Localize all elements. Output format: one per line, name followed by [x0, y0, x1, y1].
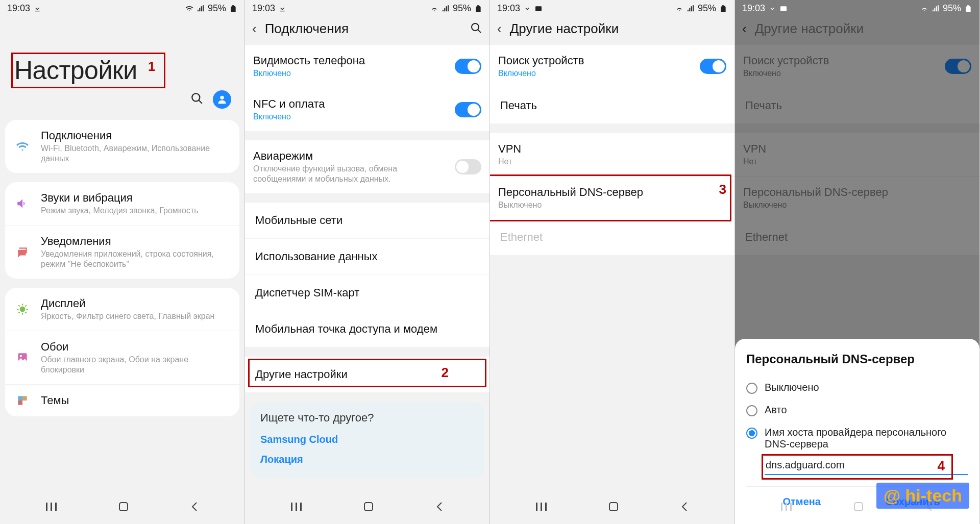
row-vpn[interactable]: VPN Нет	[490, 133, 734, 176]
row-sounds[interactable]: Звуки и вибрация Режим звука, Мелодия зв…	[5, 182, 239, 225]
wifi-icon	[430, 5, 438, 13]
radio-icon	[746, 405, 757, 416]
status-bar: 19:03 95%	[0, 0, 244, 15]
link-samsung-cloud[interactable]: Samsung Cloud	[260, 430, 474, 450]
row-sub: Включено	[253, 68, 446, 79]
row-more-settings[interactable]: Другие настройки	[245, 357, 489, 393]
row-ethernet: Ethernet	[490, 219, 734, 256]
nav-recents[interactable]	[45, 502, 58, 514]
svg-rect-22	[780, 6, 787, 11]
radio-hostname[interactable]: Имя хоста провайдера персонального DNS-с…	[746, 421, 968, 455]
status-bar: 19:03 95%	[245, 0, 489, 15]
nav-home[interactable]	[117, 501, 130, 515]
row-title: NFC и оплата	[253, 97, 446, 111]
group-network: Мобильные сети Использование данных Дисп…	[245, 203, 489, 347]
nav-home[interactable]	[852, 501, 865, 515]
row-title: Авиарежим	[253, 149, 446, 163]
row-sub: Wi-Fi, Bluetooth, Авиарежим, Использован…	[41, 143, 231, 164]
row-sub: Включено	[498, 68, 691, 79]
svg-rect-24	[786, 503, 787, 511]
nav-back[interactable]	[434, 501, 445, 515]
status-bar: 19:03 95%	[735, 0, 979, 15]
row-notifications[interactable]: Уведомления Уведомления приложений, стро…	[5, 225, 239, 279]
radio-auto[interactable]: Авто	[746, 399, 968, 421]
avatar[interactable]	[213, 90, 231, 109]
nav-bar	[0, 491, 244, 524]
status-bar: 19:03 95%	[490, 0, 734, 15]
clock: 19:03	[742, 3, 765, 14]
nav-recents[interactable]	[290, 502, 303, 514]
settings-group-2: Звуки и вибрация Режим звука, Мелодия зв…	[5, 182, 239, 279]
back-icon[interactable]: ‹	[497, 21, 502, 37]
wifi-icon	[185, 5, 193, 13]
nav-home[interactable]	[362, 501, 375, 515]
group-other: 2 Другие настройки	[245, 357, 489, 393]
group-2: VPN Нет 3 Персональный DNS-сервер Выключ…	[490, 133, 734, 256]
download-icon	[278, 5, 286, 13]
nav-back[interactable]	[679, 501, 690, 515]
row-sub: Отключение функций вызова, обмена сообще…	[253, 164, 446, 184]
row-themes[interactable]: Темы	[5, 384, 239, 416]
signal-icon	[442, 5, 450, 13]
row-sub: Нет	[498, 157, 726, 167]
svg-rect-23	[781, 503, 782, 511]
svg-rect-5	[18, 396, 22, 401]
svg-point-1	[220, 96, 224, 99]
search-icon[interactable]	[470, 22, 482, 36]
row-device-search[interactable]: Поиск устройств Включено	[490, 45, 734, 88]
header: ‹ Подключения	[245, 15, 489, 45]
footer-suggestions: Ищете что-то другое? Samsung Cloud Локац…	[250, 402, 484, 479]
toggle[interactable]	[700, 59, 726, 74]
group-airplane: Авиарежим Отключение функций вызова, обм…	[245, 140, 489, 193]
row-display[interactable]: Дисплей Яркость, Фильтр синего света, Гл…	[5, 288, 239, 331]
svg-rect-13	[291, 503, 292, 511]
nav-recents[interactable]	[535, 502, 548, 514]
svg-rect-26	[854, 503, 863, 511]
svg-rect-20	[545, 503, 547, 511]
screen-3-other-settings: 19:03 95% ‹ Другие настройки Поиск устро…	[490, 0, 735, 524]
row-nfc[interactable]: NFC и оплата Включено	[245, 88, 489, 131]
back-icon[interactable]: ‹	[252, 21, 257, 37]
battery-icon	[964, 5, 972, 13]
nav-bar	[245, 491, 489, 524]
nav-home[interactable]	[607, 501, 620, 515]
screen-2-connections: 19:03 95% ‹ Подключения Видимость телефо…	[245, 0, 490, 524]
nav-back[interactable]	[189, 501, 200, 515]
svg-rect-19	[541, 503, 542, 511]
radio-off[interactable]: Выключено	[746, 377, 968, 399]
nav-recents[interactable]	[780, 502, 793, 514]
row-wallpaper[interactable]: Обои Обои главного экрана, Обои на экран…	[5, 331, 239, 384]
row-sim-manager[interactable]: Диспетчер SIM-карт	[245, 275, 489, 311]
svg-rect-16	[364, 503, 373, 511]
link-location[interactable]: Локация	[260, 450, 474, 469]
row-private-dns[interactable]: 3 Персональный DNS-сервер Выключено	[490, 176, 734, 219]
display-icon	[13, 303, 32, 316]
battery-icon	[474, 5, 482, 13]
dns-hostname-input[interactable]: dns.adguard.com	[765, 455, 968, 475]
toggle[interactable]	[455, 159, 481, 174]
row-mobile-networks[interactable]: Мобильные сети	[245, 203, 489, 239]
row-connections[interactable]: Подключения Wi-Fi, Bluetooth, Авиарежим,…	[5, 120, 239, 173]
svg-point-4	[20, 355, 22, 357]
row-title: Подключения	[41, 129, 231, 142]
svg-rect-11	[119, 503, 128, 511]
signal-icon	[932, 5, 940, 13]
toggle[interactable]	[455, 102, 481, 117]
row-data-usage[interactable]: Использование данных	[245, 239, 489, 275]
svg-rect-21	[609, 503, 618, 511]
header: ‹ Другие настройки	[490, 15, 734, 45]
sound-icon	[13, 197, 32, 210]
toggle[interactable]	[455, 59, 481, 74]
watermark: @ hi-tech	[876, 483, 969, 509]
row-sub: Выключено	[498, 200, 726, 210]
svg-rect-15	[300, 503, 302, 511]
wallpaper-icon	[13, 351, 32, 364]
row-title: Темы	[41, 394, 231, 407]
row-print[interactable]: Печать	[490, 88, 734, 124]
row-airplane[interactable]: Авиарежим Отключение функций вызова, обм…	[245, 140, 489, 193]
radio-icon	[746, 383, 757, 394]
row-sub: Включено	[253, 112, 446, 122]
row-phone-visibility[interactable]: Видимость телефона Включено	[245, 45, 489, 88]
row-hotspot[interactable]: Мобильная точка доступа и модем	[245, 311, 489, 347]
search-icon[interactable]	[190, 92, 204, 107]
